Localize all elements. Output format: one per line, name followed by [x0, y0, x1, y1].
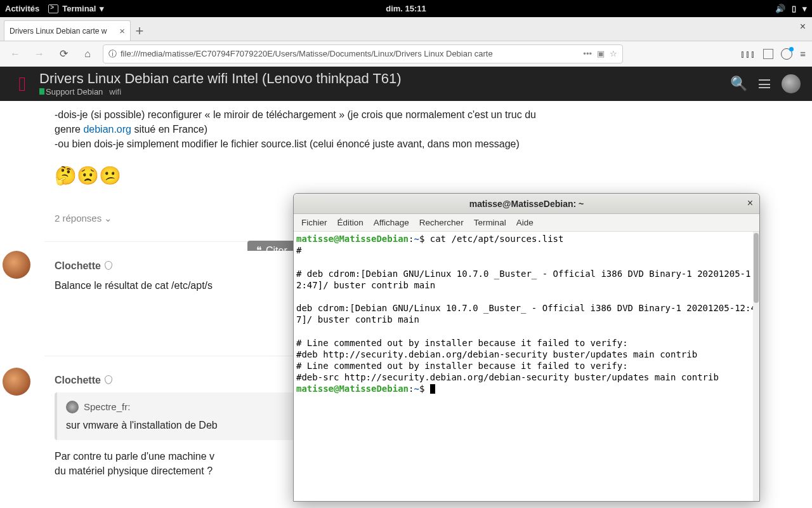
category-link[interactable]: Support Debian: [39, 87, 103, 97]
menu-item[interactable]: Rechercher: [419, 218, 464, 227]
tag-link[interactable]: wifi: [109, 87, 121, 97]
terminal-icon: [48, 4, 58, 13]
activities-button[interactable]: Activités: [5, 4, 39, 13]
user-avatar[interactable]: [3, 368, 30, 396]
terminal-line: #: [296, 245, 307, 255]
text: -ou bien dois-je simplement modifier le …: [55, 138, 520, 149]
window-close-icon[interactable]: ×: [800, 21, 806, 32]
terminal-line: # Line commented out by installer becaus…: [296, 361, 628, 371]
close-tab-icon[interactable]: ×: [119, 25, 125, 36]
browser-toolbar: ← → ⟳ ⌂ ⓘ file:///media/matisse/EC70794F…: [0, 41, 812, 67]
active-app-label: Terminal: [62, 4, 96, 13]
new-tab-button[interactable]: +: [131, 22, 148, 41]
terminal-scrollbar[interactable]: [753, 232, 759, 501]
info-icon[interactable]: ⓘ: [108, 48, 117, 60]
terminal-line: #deb-src http://security.debian.org/debi…: [296, 372, 719, 382]
user-avatar[interactable]: [3, 251, 30, 279]
user-avatar[interactable]: [782, 74, 801, 93]
hamburger-menu-icon[interactable]: [759, 79, 770, 88]
bookmark-star-icon[interactable]: ☆: [610, 49, 617, 58]
terminal-cursor: [430, 384, 435, 394]
menu-item[interactable]: Édition: [337, 218, 363, 227]
terminal-line: #deb http://security.debian.org/debian-s…: [296, 349, 697, 359]
moderator-shield-icon: [105, 261, 112, 270]
terminal-titlebar[interactable]: matisse@MatisseDebian: ~ ×: [294, 194, 759, 214]
terminal-title: matisse@MatisseDebian: ~: [469, 199, 584, 209]
terminal-output[interactable]: matisse@MatisseDebian:~$ cat /etc/apt/so…: [294, 232, 759, 501]
menu-item[interactable]: Affichage: [374, 218, 409, 227]
emoji-row: 🤔😟😕: [55, 163, 554, 189]
menu-icon[interactable]: ≡: [800, 48, 806, 59]
reload-button[interactable]: ⟳: [55, 45, 72, 63]
menu-item[interactable]: Terminal: [474, 218, 506, 227]
gnome-top-bar: Activités Terminal ▾ dim. 15:11 🔊 ▯ ▾: [0, 0, 812, 17]
debian-logo-icon[interactable]: [11, 73, 33, 95]
close-icon[interactable]: ×: [747, 197, 753, 209]
chevron-down-icon: ▾: [100, 4, 104, 13]
terminal-line: deb cdrom:[Debian GNU/Linux 10.7.0 _Bust…: [296, 303, 756, 324]
library-icon[interactable]: ⫿⫿⫿: [740, 48, 756, 59]
terminal-line: # Line commented out by installer becaus…: [296, 338, 628, 348]
home-button[interactable]: ⌂: [79, 45, 96, 63]
clock[interactable]: dim. 15:11: [386, 4, 426, 13]
menu-item[interactable]: Aide: [516, 218, 534, 227]
battery-icon[interactable]: ▯: [792, 4, 796, 13]
sidebar-icon[interactable]: [763, 49, 773, 59]
chevron-down-icon: ⌄: [104, 211, 112, 225]
chevron-down-icon[interactable]: ▾: [802, 4, 807, 13]
replies-toggle[interactable]: 2 réponses ⌄: [55, 211, 112, 225]
terminal-menubar: Fichier Édition Affichage Rechercher Ter…: [294, 214, 759, 232]
browser-tab[interactable]: Drivers Linux Debian carte w ×: [4, 20, 131, 41]
terminal-command: cat /etc/apt/sources.list: [430, 234, 564, 244]
terminal-line: # deb cdrom:[Debian GNU/Linux 10.7.0 _Bu…: [296, 269, 750, 290]
more-icon[interactable]: •••: [583, 49, 592, 58]
url-text: file:///media/matisse/EC70794F7079220E/U…: [121, 49, 579, 58]
moderator-shield-icon: [105, 375, 112, 384]
account-icon[interactable]: [781, 48, 792, 60]
browser-tab-strip: Drivers Linux Debian carte w × + ×: [0, 17, 812, 41]
quote-author[interactable]: Spectre_fr:: [84, 400, 130, 414]
tab-title: Drivers Linux Debian carte w: [10, 27, 119, 36]
text: situé en France): [131, 124, 207, 135]
volume-icon[interactable]: 🔊: [775, 4, 785, 13]
post-body: -dois-je (si possible) reconfigurer « le…: [55, 107, 554, 152]
menu-item[interactable]: Fichier: [301, 218, 327, 227]
terminal-window[interactable]: matisse@MatisseDebian: ~ × Fichier Éditi…: [293, 193, 760, 502]
link-debian-org[interactable]: debian.org: [83, 124, 131, 135]
back-button[interactable]: ←: [6, 45, 24, 63]
forward-button[interactable]: →: [30, 45, 48, 63]
address-bar[interactable]: ⓘ file:///media/matisse/EC70794F7079220E…: [103, 44, 623, 64]
quote-avatar: [66, 401, 79, 413]
search-icon[interactable]: 🔍: [730, 76, 747, 92]
topic-title[interactable]: Drivers Linux Debian carte wifi Intel (L…: [39, 71, 402, 86]
forum-header: Drivers Linux Debian carte wifi Intel (L…: [0, 67, 812, 101]
active-app-menu[interactable]: Terminal ▾: [48, 4, 104, 13]
reader-mode-icon[interactable]: ▣: [597, 49, 605, 58]
